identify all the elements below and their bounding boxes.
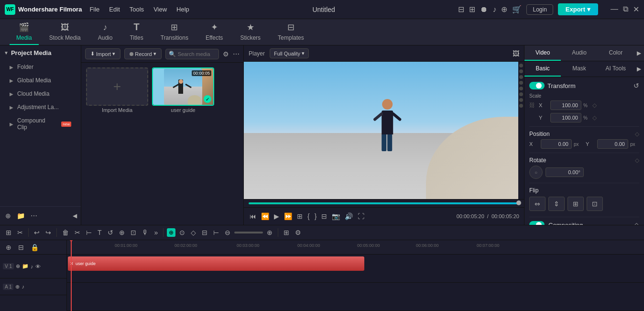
flip-vertical-button[interactable]: ⇕ bbox=[548, 197, 565, 211]
tab-titles[interactable]: T Titles bbox=[123, 19, 150, 45]
quality-select[interactable]: Full Quality ▾ bbox=[270, 48, 309, 58]
tab-stock-media[interactable]: 🖼 Stock Media bbox=[43, 20, 87, 45]
record-icon[interactable]: ⏺ bbox=[480, 5, 488, 14]
redo-icon[interactable]: ↪ bbox=[44, 227, 53, 238]
snap-button[interactable]: ⊕ bbox=[167, 228, 175, 237]
position-reset-icon[interactable]: ◇ bbox=[635, 131, 639, 137]
menu-view[interactable]: View bbox=[153, 6, 167, 13]
scale-y-input[interactable] bbox=[550, 113, 581, 122]
menu-file[interactable]: File bbox=[89, 6, 99, 13]
track-add-icon[interactable]: ⊕ bbox=[16, 263, 20, 269]
pos-y-input[interactable] bbox=[597, 139, 628, 149]
transform-header[interactable]: Transform ↺ bbox=[529, 82, 639, 89]
transform-toggle[interactable] bbox=[529, 82, 545, 89]
track-folder-icon[interactable]: 📁 bbox=[22, 263, 29, 269]
more-options-icon[interactable]: ⋯ bbox=[29, 211, 39, 221]
login-button[interactable]: Login bbox=[526, 4, 553, 15]
track-options-icon[interactable]: ⊟ bbox=[16, 242, 26, 253]
rotate-knob[interactable]: ○ bbox=[529, 166, 543, 179]
trim-icon[interactable]: ⊢ bbox=[84, 227, 94, 238]
ripple-icon[interactable]: ⊙ bbox=[177, 227, 187, 238]
sidebar-item-folder[interactable]: ▶ Folder bbox=[0, 60, 81, 74]
transform-reset-icon[interactable]: ↺ bbox=[633, 82, 639, 89]
minimize-icon[interactable]: ⊟ bbox=[458, 5, 464, 14]
crop-icon[interactable]: ⊞ bbox=[296, 211, 304, 221]
filter-icon[interactable]: ⚙ bbox=[223, 50, 229, 58]
panel-tab-video[interactable]: Video bbox=[524, 45, 561, 61]
fullscreen-icon[interactable]: ⛶ bbox=[357, 211, 365, 221]
step-forward-icon[interactable]: ⏩ bbox=[283, 211, 293, 221]
progress-bar[interactable] bbox=[249, 202, 519, 204]
snapshot-icon[interactable]: 📷 bbox=[331, 211, 341, 221]
panel-tab-color[interactable]: Color bbox=[598, 45, 634, 61]
mark-out-icon[interactable]: } bbox=[314, 211, 318, 221]
crop-tl-icon[interactable]: ⊡ bbox=[129, 227, 138, 238]
undo-icon[interactable]: ↩ bbox=[32, 227, 42, 238]
multicam-icon[interactable]: ⊟ bbox=[320, 211, 328, 221]
split-icon[interactable]: ⊢ bbox=[211, 227, 221, 238]
zoom-tl-icon[interactable]: ⊕ bbox=[117, 227, 127, 238]
win-minimize-icon[interactable]: — bbox=[611, 5, 618, 14]
zoom-minus-icon[interactable]: ⊖ bbox=[223, 227, 232, 238]
sidebar-item-compound-clip[interactable]: ▶ Compound Clip new bbox=[0, 114, 81, 134]
record-button[interactable]: Record ▾ bbox=[124, 48, 161, 59]
image-icon[interactable]: 🖼 bbox=[513, 50, 519, 57]
win-close-icon[interactable]: ✕ bbox=[633, 5, 639, 14]
rotate-value-input[interactable] bbox=[546, 167, 584, 177]
sidebar-item-adjustment-layer[interactable]: ▶ Adjustment La... bbox=[0, 100, 81, 114]
track-eye-icon[interactable]: 👁 bbox=[35, 264, 41, 269]
import-media-item[interactable]: + Import Media bbox=[86, 67, 148, 113]
tab-templates[interactable]: ⊟ Templates bbox=[271, 19, 311, 45]
settings-tl-icon[interactable]: ⚙ bbox=[293, 227, 303, 238]
menu-edit[interactable]: Edit bbox=[109, 6, 120, 13]
voice-icon[interactable]: 🎙 bbox=[140, 227, 151, 238]
search-box[interactable]: 🔍 bbox=[165, 49, 219, 59]
keyframe-icon[interactable]: ◇ bbox=[189, 227, 198, 238]
text-icon[interactable]: T bbox=[96, 227, 104, 238]
step-back-icon[interactable]: ⏪ bbox=[260, 211, 270, 221]
compositing-reset-icon[interactable]: ◇ bbox=[634, 221, 639, 225]
scene-detect-icon[interactable]: ⊞ bbox=[4, 227, 13, 238]
user-guide-thumb[interactable]: 00:00:05 ✓ bbox=[152, 67, 214, 106]
detach-audio-icon[interactable]: ⊟ bbox=[200, 227, 209, 238]
search-input[interactable] bbox=[178, 51, 216, 57]
cart-icon[interactable]: 🛒 bbox=[512, 5, 522, 14]
more-tl-icon[interactable]: » bbox=[153, 227, 160, 238]
tab-media[interactable]: 🎬 Media bbox=[10, 19, 39, 45]
zoom-plus-icon[interactable]: ⊕ bbox=[265, 227, 274, 238]
import-media-thumb[interactable]: + bbox=[86, 67, 148, 106]
user-guide-item[interactable]: 00:00:05 ✓ user guide bbox=[152, 67, 214, 113]
mark-in-icon[interactable]: { bbox=[306, 211, 311, 221]
add-track-icon[interactable]: ⊕ bbox=[4, 242, 13, 253]
tab-audio[interactable]: ♪ Audio bbox=[91, 20, 120, 45]
sidebar-project-media[interactable]: ▼ Project Media bbox=[0, 45, 81, 60]
tab-effects[interactable]: ✦ Effects bbox=[199, 19, 229, 45]
track-volume-icon[interactable]: ♪ bbox=[31, 264, 33, 269]
tab-stickers[interactable]: ★ Stickers bbox=[233, 19, 267, 45]
sidebar-item-global-media[interactable]: ▶ Global Media bbox=[0, 74, 81, 87]
compositing-toggle[interactable] bbox=[529, 221, 545, 225]
video-clip[interactable]: ✕ user guide bbox=[68, 256, 364, 271]
sidebar-collapse-icon[interactable]: ◀ bbox=[73, 212, 77, 219]
panel-tab-audio[interactable]: Audio bbox=[561, 45, 597, 61]
play-icon[interactable]: ▶ bbox=[273, 211, 280, 221]
add-item-icon[interactable]: ⊕ bbox=[4, 211, 12, 221]
panel-subtab-basic[interactable]: Basic bbox=[524, 61, 561, 77]
puzzle-icon[interactable]: ⊕ bbox=[501, 5, 507, 14]
flip-option-4-button[interactable]: ⊡ bbox=[587, 197, 603, 211]
volume-icon[interactable]: 🔊 bbox=[344, 211, 354, 221]
playhead[interactable] bbox=[71, 240, 72, 311]
rewind-icon[interactable]: ⏮ bbox=[249, 211, 257, 221]
menu-help[interactable]: Help bbox=[176, 6, 189, 13]
scale-x-input[interactable] bbox=[550, 100, 581, 110]
rotate-tl-icon[interactable]: ↺ bbox=[106, 227, 115, 238]
import-button[interactable]: ⬇ Import ▾ bbox=[85, 48, 120, 59]
more-media-icon[interactable]: ⋯ bbox=[233, 50, 240, 58]
export-button[interactable]: Export ▾ bbox=[558, 3, 598, 15]
cut-icon[interactable]: ✂ bbox=[73, 227, 82, 238]
audio-track-add-icon[interactable]: ⊕ bbox=[15, 284, 20, 290]
scale-y-reset-icon[interactable]: ◇ bbox=[592, 114, 597, 121]
panel-subtab-arrow[interactable]: ▶ bbox=[634, 61, 644, 77]
pos-x-input[interactable] bbox=[541, 139, 572, 149]
sidebar-item-cloud-media[interactable]: ▶ Cloud Media bbox=[0, 87, 81, 100]
